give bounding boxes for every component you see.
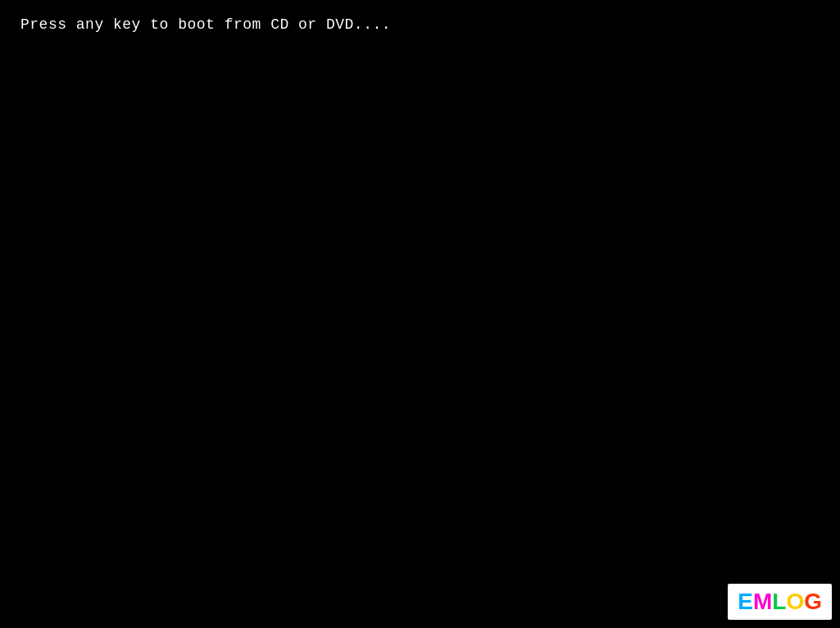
watermark-letter-g: G xyxy=(804,590,822,613)
watermark-letter-l: L xyxy=(772,590,786,613)
watermark-letter-o: O xyxy=(786,590,804,613)
watermark-letter-e: E xyxy=(738,590,753,613)
boot-message: Press any key to boot from CD or DVD.... xyxy=(20,16,391,33)
watermark: E M L O G xyxy=(728,584,832,620)
watermark-letter-m: M xyxy=(753,590,772,613)
